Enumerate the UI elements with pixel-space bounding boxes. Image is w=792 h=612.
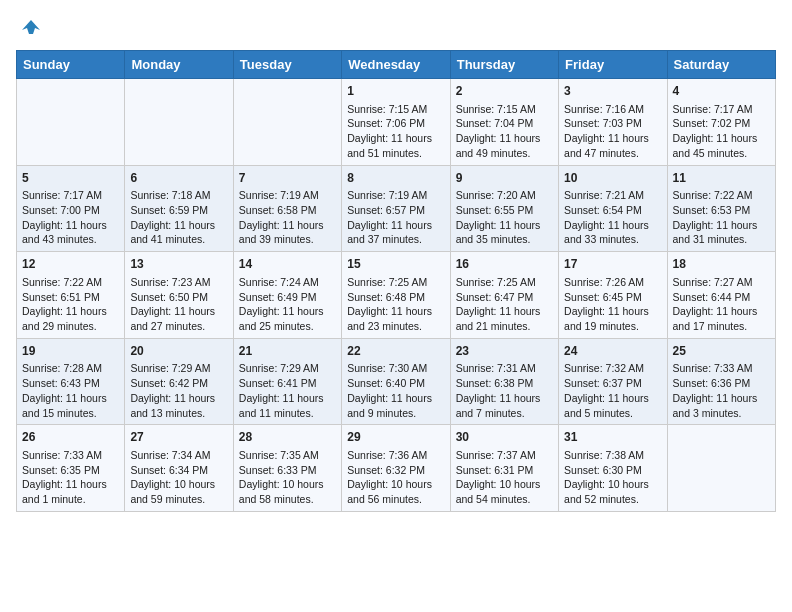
day-number: 19 (22, 343, 119, 360)
calendar-cell: 18Sunrise: 7:27 AMSunset: 6:44 PMDayligh… (667, 252, 775, 339)
calendar-cell: 5Sunrise: 7:17 AMSunset: 7:00 PMDaylight… (17, 165, 125, 252)
calendar-cell: 27Sunrise: 7:34 AMSunset: 6:34 PMDayligh… (125, 425, 233, 512)
daylight-text: Daylight: 11 hours and 29 minutes. (22, 305, 107, 332)
day-number: 27 (130, 429, 227, 446)
calendar-cell: 3Sunrise: 7:16 AMSunset: 7:03 PMDaylight… (559, 79, 667, 166)
day-number: 13 (130, 256, 227, 273)
day-number: 5 (22, 170, 119, 187)
calendar-cell (17, 79, 125, 166)
sunrise-text: Sunrise: 7:24 AM (239, 276, 319, 288)
sunset-text: Sunset: 6:37 PM (564, 377, 642, 389)
sunset-text: Sunset: 6:59 PM (130, 204, 208, 216)
svg-marker-0 (22, 20, 40, 34)
day-number: 11 (673, 170, 770, 187)
sunrise-text: Sunrise: 7:29 AM (130, 362, 210, 374)
sunrise-text: Sunrise: 7:19 AM (239, 189, 319, 201)
sunset-text: Sunset: 6:48 PM (347, 291, 425, 303)
day-number: 26 (22, 429, 119, 446)
daylight-text: Daylight: 10 hours and 59 minutes. (130, 478, 215, 505)
sunset-text: Sunset: 6:34 PM (130, 464, 208, 476)
sunrise-text: Sunrise: 7:38 AM (564, 449, 644, 461)
calendar-cell (125, 79, 233, 166)
sunset-text: Sunset: 6:58 PM (239, 204, 317, 216)
sunrise-text: Sunrise: 7:15 AM (347, 103, 427, 115)
day-number: 14 (239, 256, 336, 273)
sunrise-text: Sunrise: 7:33 AM (673, 362, 753, 374)
day-number: 30 (456, 429, 553, 446)
sunrise-text: Sunrise: 7:17 AM (673, 103, 753, 115)
calendar-cell: 9Sunrise: 7:20 AMSunset: 6:55 PMDaylight… (450, 165, 558, 252)
day-number: 20 (130, 343, 227, 360)
calendar-cell: 10Sunrise: 7:21 AMSunset: 6:54 PMDayligh… (559, 165, 667, 252)
header-wednesday: Wednesday (342, 51, 450, 79)
sunrise-text: Sunrise: 7:23 AM (130, 276, 210, 288)
sunset-text: Sunset: 6:40 PM (347, 377, 425, 389)
calendar-cell: 12Sunrise: 7:22 AMSunset: 6:51 PMDayligh… (17, 252, 125, 339)
day-number: 15 (347, 256, 444, 273)
header-tuesday: Tuesday (233, 51, 341, 79)
day-number: 24 (564, 343, 661, 360)
header-monday: Monday (125, 51, 233, 79)
daylight-text: Daylight: 11 hours and 5 minutes. (564, 392, 649, 419)
daylight-text: Daylight: 11 hours and 11 minutes. (239, 392, 324, 419)
day-number: 8 (347, 170, 444, 187)
calendar-cell: 7Sunrise: 7:19 AMSunset: 6:58 PMDaylight… (233, 165, 341, 252)
day-number: 4 (673, 83, 770, 100)
calendar-cell: 31Sunrise: 7:38 AMSunset: 6:30 PMDayligh… (559, 425, 667, 512)
header-thursday: Thursday (450, 51, 558, 79)
sunset-text: Sunset: 6:54 PM (564, 204, 642, 216)
sunset-text: Sunset: 6:30 PM (564, 464, 642, 476)
day-number: 18 (673, 256, 770, 273)
daylight-text: Daylight: 11 hours and 15 minutes. (22, 392, 107, 419)
sunrise-text: Sunrise: 7:26 AM (564, 276, 644, 288)
sunset-text: Sunset: 6:51 PM (22, 291, 100, 303)
day-number: 22 (347, 343, 444, 360)
calendar-cell: 13Sunrise: 7:23 AMSunset: 6:50 PMDayligh… (125, 252, 233, 339)
calendar-cell: 1Sunrise: 7:15 AMSunset: 7:06 PMDaylight… (342, 79, 450, 166)
day-number: 6 (130, 170, 227, 187)
header-saturday: Saturday (667, 51, 775, 79)
calendar-cell: 25Sunrise: 7:33 AMSunset: 6:36 PMDayligh… (667, 338, 775, 425)
daylight-text: Daylight: 11 hours and 41 minutes. (130, 219, 215, 246)
calendar-cell: 29Sunrise: 7:36 AMSunset: 6:32 PMDayligh… (342, 425, 450, 512)
sunset-text: Sunset: 7:04 PM (456, 117, 534, 129)
calendar-cell (233, 79, 341, 166)
sunrise-text: Sunrise: 7:27 AM (673, 276, 753, 288)
day-number: 7 (239, 170, 336, 187)
sunrise-text: Sunrise: 7:34 AM (130, 449, 210, 461)
sunrise-text: Sunrise: 7:25 AM (347, 276, 427, 288)
calendar-cell: 21Sunrise: 7:29 AMSunset: 6:41 PMDayligh… (233, 338, 341, 425)
calendar-cell: 24Sunrise: 7:32 AMSunset: 6:37 PMDayligh… (559, 338, 667, 425)
daylight-text: Daylight: 11 hours and 49 minutes. (456, 132, 541, 159)
calendar-cell (667, 425, 775, 512)
sunset-text: Sunset: 7:03 PM (564, 117, 642, 129)
week-row-2: 5Sunrise: 7:17 AMSunset: 7:00 PMDaylight… (17, 165, 776, 252)
day-number: 28 (239, 429, 336, 446)
week-row-4: 19Sunrise: 7:28 AMSunset: 6:43 PMDayligh… (17, 338, 776, 425)
day-number: 16 (456, 256, 553, 273)
daylight-text: Daylight: 11 hours and 7 minutes. (456, 392, 541, 419)
calendar-cell: 23Sunrise: 7:31 AMSunset: 6:38 PMDayligh… (450, 338, 558, 425)
week-row-1: 1Sunrise: 7:15 AMSunset: 7:06 PMDaylight… (17, 79, 776, 166)
sunset-text: Sunset: 6:55 PM (456, 204, 534, 216)
sunrise-text: Sunrise: 7:21 AM (564, 189, 644, 201)
sunset-text: Sunset: 6:38 PM (456, 377, 534, 389)
calendar-cell: 20Sunrise: 7:29 AMSunset: 6:42 PMDayligh… (125, 338, 233, 425)
day-number: 29 (347, 429, 444, 446)
day-number: 9 (456, 170, 553, 187)
daylight-text: Daylight: 11 hours and 31 minutes. (673, 219, 758, 246)
calendar-cell: 11Sunrise: 7:22 AMSunset: 6:53 PMDayligh… (667, 165, 775, 252)
day-number: 2 (456, 83, 553, 100)
calendar-cell: 22Sunrise: 7:30 AMSunset: 6:40 PMDayligh… (342, 338, 450, 425)
day-number: 3 (564, 83, 661, 100)
calendar-cell: 16Sunrise: 7:25 AMSunset: 6:47 PMDayligh… (450, 252, 558, 339)
sunset-text: Sunset: 6:42 PM (130, 377, 208, 389)
daylight-text: Daylight: 11 hours and 51 minutes. (347, 132, 432, 159)
header-sunday: Sunday (17, 51, 125, 79)
sunrise-text: Sunrise: 7:37 AM (456, 449, 536, 461)
daylight-text: Daylight: 11 hours and 25 minutes. (239, 305, 324, 332)
sunrise-text: Sunrise: 7:31 AM (456, 362, 536, 374)
sunset-text: Sunset: 6:47 PM (456, 291, 534, 303)
sunrise-text: Sunrise: 7:22 AM (673, 189, 753, 201)
calendar-cell: 17Sunrise: 7:26 AMSunset: 6:45 PMDayligh… (559, 252, 667, 339)
